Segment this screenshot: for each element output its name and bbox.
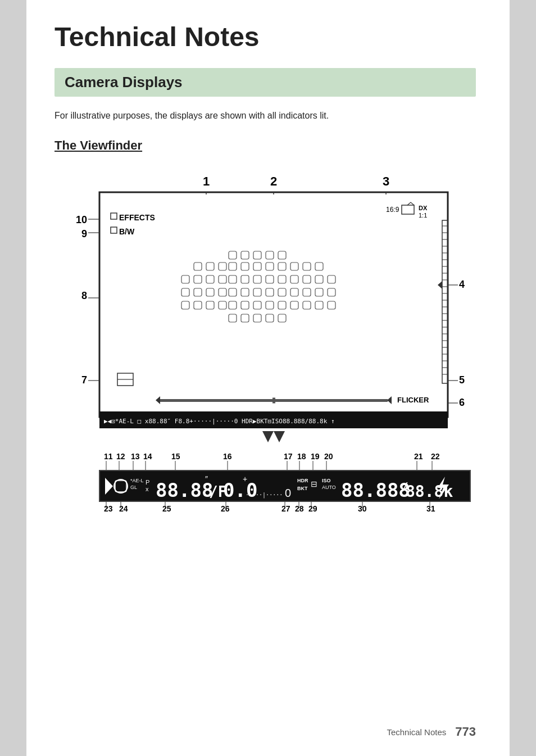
hdr-text: HDR (297, 478, 308, 483)
row-label-10: 10 (76, 214, 87, 225)
ael-bottom: GL (130, 485, 137, 490)
ratio2-text: 1:1 (419, 212, 427, 219)
row-label-6: 6 (459, 397, 465, 408)
num-17: 17 (284, 452, 293, 461)
ael-text: *AE-L (130, 478, 144, 483)
px-text: x (146, 486, 149, 492)
aperture-display: 0.0 (223, 479, 257, 501)
ratio-text: 16:9 (386, 206, 399, 214)
row-label-4: 4 (459, 279, 465, 290)
num-12: 12 (116, 452, 125, 461)
footer-label: Technical Notes (387, 727, 446, 737)
svg-rect-61 (160, 399, 272, 402)
vf-status-text: ▶◀⊡*AE-L □ x88.88″ F8.8+·····|·····0 HDR… (104, 418, 335, 425)
bw-text: B/W (119, 227, 135, 236)
num-15: 15 (171, 452, 180, 461)
num-16: 16 (223, 452, 232, 461)
num-11: 11 (104, 452, 113, 461)
num-24: 24 (119, 504, 128, 513)
iso-text: ISO (322, 478, 331, 483)
num-20: 20 (324, 452, 333, 461)
num-29: 29 (308, 504, 317, 513)
viewfinder-svg: 1 2 3 10 9 8 7 4 5 6 EFFECTS B/W (54, 164, 493, 513)
col-label-2: 2 (270, 174, 277, 188)
viewfinder-diagram: 1 2 3 10 9 8 7 4 5 6 EFFECTS B/W (54, 164, 476, 518)
bkt-icon: ⊟ (311, 479, 317, 488)
row-label-9: 9 (81, 228, 87, 239)
num-22: 22 (431, 452, 440, 461)
exp-scale: ·····|····· (246, 492, 283, 499)
num-27: 27 (281, 504, 290, 513)
num-31: 31 (426, 504, 435, 513)
intro-text: For illustrative purposes, the displays … (54, 109, 476, 123)
num-21: 21 (414, 452, 423, 461)
num-18: 18 (297, 452, 306, 461)
num-13: 13 (131, 452, 140, 461)
page-number: 773 (455, 725, 476, 739)
row-label-5: 5 (459, 374, 465, 386)
dx-text: DX (419, 205, 428, 211)
num-28: 28 (295, 504, 304, 513)
page-footer: Technical Notes 773 (387, 725, 476, 739)
shutter-display: 88.88 (156, 479, 213, 501)
page: Technical Notes Camera Displays For illu… (26, 0, 510, 756)
bkt-text: BKT (297, 486, 308, 491)
down-arrow2 (274, 431, 285, 442)
col-label-1: 1 (203, 174, 210, 188)
auto-text: AUTO (322, 485, 336, 490)
col-label-3: 3 (383, 174, 389, 188)
page-title: Technical Notes (54, 22, 476, 52)
quote-mark: ″ (205, 474, 208, 483)
row-label-7: 7 (81, 374, 87, 386)
svg-rect-63 (275, 399, 388, 402)
zero: 0 (285, 487, 291, 499)
iso-display: 88.888 (341, 479, 410, 501)
svg-rect-62 (272, 397, 275, 403)
section-header-text: Camera Displays (65, 74, 183, 90)
num-19: 19 (311, 452, 320, 461)
flicker-text: FLICKER (397, 396, 429, 404)
subsection-title: The Viewfinder (54, 138, 476, 153)
exp-comp-plus: + (243, 474, 247, 483)
num-26: 26 (221, 504, 230, 513)
num-25: 25 (162, 504, 171, 513)
row-label-8: 8 (81, 290, 87, 301)
effects-text: EFFECTS (119, 213, 155, 222)
down-arrow (262, 431, 274, 442)
section-header: Camera Displays (54, 68, 476, 97)
num-14: 14 (143, 452, 152, 461)
p-text: P (146, 479, 149, 486)
num-23: 23 (104, 504, 113, 513)
